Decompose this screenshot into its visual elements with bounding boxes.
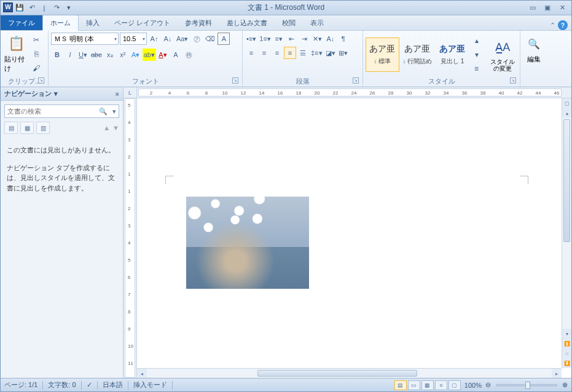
styles-up-icon[interactable]: ▴ — [471, 34, 483, 47]
nav-tab-headings[interactable]: ▤ — [4, 122, 18, 134]
underline-icon[interactable]: U▾ — [77, 49, 89, 61]
scrollbar-horizontal[interactable]: ◂ ▸ — [137, 368, 562, 378]
close-button[interactable]: ✕ — [557, 3, 568, 13]
status-mode[interactable]: 挿入モード — [133, 380, 167, 390]
copy-icon[interactable]: ⎘ — [30, 48, 42, 60]
ribbon-minimize-icon[interactable]: ⌃ — [550, 22, 555, 29]
tab-home[interactable]: ホーム — [42, 15, 79, 31]
ruler-toggle-icon[interactable]: ▢ — [562, 98, 571, 108]
char-border-icon[interactable]: A — [217, 33, 230, 45]
highlight-icon[interactable]: ab▾ — [143, 49, 156, 61]
nav-tab-pages[interactable]: ▦ — [20, 122, 34, 134]
undo-icon[interactable]: ↶ — [26, 2, 37, 14]
char-shading-icon[interactable]: A — [170, 49, 182, 61]
next-page-icon[interactable]: ⏬ — [562, 358, 571, 368]
strike-icon[interactable]: abc — [90, 49, 103, 61]
zoom-slider[interactable] — [496, 384, 557, 386]
tab-insert[interactable]: 挿入 — [79, 15, 107, 30]
nav-search[interactable]: 🔍▾ — [4, 104, 119, 118]
scrollbar-vertical[interactable]: ▢ ▴ ▾ ⏫ ○ ⏬ — [562, 98, 571, 368]
italic-icon[interactable]: I — [64, 49, 76, 61]
browse-object-icon[interactable]: ○ — [562, 348, 571, 358]
view-draft-icon[interactable]: ▢ — [449, 380, 461, 390]
bullets-icon[interactable]: •≡▾ — [245, 33, 257, 45]
style-normal[interactable]: あア亜↓ 標準 — [366, 37, 399, 72]
search-dropdown-icon[interactable]: ▾ — [110, 108, 119, 116]
enclose-char-icon[interactable]: ㊕ — [182, 49, 195, 61]
align-left-icon[interactable]: ≡ — [245, 47, 257, 59]
align-right-icon[interactable]: ≡ — [271, 47, 283, 59]
distribute-icon[interactable]: ☰ — [297, 47, 309, 59]
nav-next-icon[interactable]: ▼ — [112, 124, 119, 131]
font-name-combo[interactable]: ＭＳ 明朝 (本 — [51, 33, 119, 45]
multilevel-icon[interactable]: ≡▾ — [273, 33, 285, 45]
text-effects-icon[interactable]: A▾ — [130, 49, 142, 61]
zoom-thumb[interactable] — [525, 382, 530, 389]
paste-button[interactable]: 📋 貼り付け — [3, 33, 29, 74]
format-painter-icon[interactable]: 🖌 — [30, 62, 42, 74]
view-web-icon[interactable]: ▦ — [421, 380, 434, 390]
font-launcher[interactable]: ↘ — [232, 77, 238, 84]
sort-icon[interactable]: A↓ — [324, 33, 337, 45]
tab-review[interactable]: 校閲 — [275, 15, 303, 30]
scroll-left-icon[interactable]: ◂ — [137, 369, 147, 378]
help-icon[interactable]: ? — [558, 20, 568, 30]
nav-search-input[interactable] — [5, 108, 96, 115]
redo-icon[interactable]: ↷ — [51, 2, 62, 14]
tab-selector[interactable]: L — [123, 87, 137, 98]
maximize-button[interactable]: ▣ — [542, 3, 553, 13]
align-justify-icon[interactable]: ≡ — [284, 47, 296, 59]
indent-dec-icon[interactable]: ⇤ — [286, 33, 298, 45]
font-size-combo[interactable]: 10.5 — [120, 33, 147, 45]
clear-format-icon[interactable]: ⌫ — [204, 33, 216, 45]
tab-references[interactable]: 参考資料 — [178, 15, 219, 30]
page-viewport[interactable]: ▢ ▴ ▾ ⏫ ○ ⏬ ◂ ▸ — [137, 98, 571, 378]
grow-font-icon[interactable]: A↑ — [148, 33, 160, 45]
qat-custom-icon[interactable]: ▾ — [63, 2, 74, 14]
superscript-icon[interactable]: x² — [117, 49, 129, 61]
minimize-button[interactable]: ▭ — [527, 3, 538, 13]
nav-tab-results[interactable]: ▥ — [36, 122, 50, 134]
nav-close-icon[interactable]: × — [116, 90, 119, 98]
nav-prev-icon[interactable]: ▲ — [103, 124, 110, 131]
bold-icon[interactable]: B — [51, 49, 63, 61]
change-case-icon[interactable]: Aa▾ — [175, 33, 189, 45]
align-center-icon[interactable]: ≡ — [258, 47, 270, 59]
paragraph-launcher[interactable]: ↘ — [353, 77, 359, 84]
clipboard-launcher[interactable]: ↘ — [38, 77, 44, 84]
status-lang[interactable]: 日本語 — [103, 380, 123, 390]
status-words[interactable]: 文字数: 0 — [48, 380, 76, 390]
styles-more-icon[interactable]: ≡ — [471, 63, 483, 75]
nav-dropdown-icon[interactable]: ▾ — [54, 90, 58, 98]
search-icon[interactable]: 🔍 — [96, 108, 110, 116]
tab-view[interactable]: 表示 — [303, 15, 331, 30]
view-print-icon[interactable]: ▤ — [394, 380, 407, 390]
phonetic-icon[interactable]: ㋐ — [190, 33, 203, 45]
numbering-icon[interactable]: 1≡▾ — [258, 33, 272, 45]
zoom-in-icon[interactable]: ⊕ — [562, 381, 568, 389]
tab-mailings[interactable]: 差し込み文書 — [219, 15, 275, 30]
scroll-up-icon[interactable]: ▴ — [562, 108, 571, 118]
save-icon[interactable]: 💾 — [14, 2, 25, 14]
asian-layout-icon[interactable]: ✕▾ — [311, 33, 324, 45]
show-marks-icon[interactable]: ¶ — [337, 33, 350, 45]
tab-layout[interactable]: ページ レイアウト — [107, 15, 178, 30]
styles-down-icon[interactable]: ▾ — [471, 49, 483, 61]
style-nospace[interactable]: あア亜↓ 行間詰め — [401, 37, 434, 72]
indent-inc-icon[interactable]: ⇥ — [299, 33, 311, 45]
scroll-down-icon[interactable]: ▾ — [562, 329, 571, 339]
view-fullscreen-icon[interactable]: ▭ — [408, 380, 420, 390]
scroll-thumb-v[interactable] — [563, 119, 570, 242]
subscript-icon[interactable]: x₂ — [104, 49, 116, 61]
zoom-level[interactable]: 100% — [464, 382, 482, 389]
inserted-image[interactable] — [186, 197, 309, 289]
styles-launcher[interactable]: ↘ — [510, 77, 516, 84]
shrink-font-icon[interactable]: A↓ — [162, 33, 174, 45]
view-outline-icon[interactable]: ≡ — [435, 380, 447, 390]
prev-page-icon[interactable]: ⏫ — [562, 339, 571, 348]
ruler-vertical[interactable]: 543211234567891011 — [123, 98, 137, 378]
ruler-horizontal[interactable]: L 24681012141618202224262830323436384042… — [123, 87, 571, 98]
style-heading1[interactable]: あア亜見出し 1 — [436, 37, 469, 72]
borders-icon[interactable]: ⊞▾ — [337, 47, 350, 59]
shading-icon[interactable]: ◪▾ — [324, 47, 337, 59]
